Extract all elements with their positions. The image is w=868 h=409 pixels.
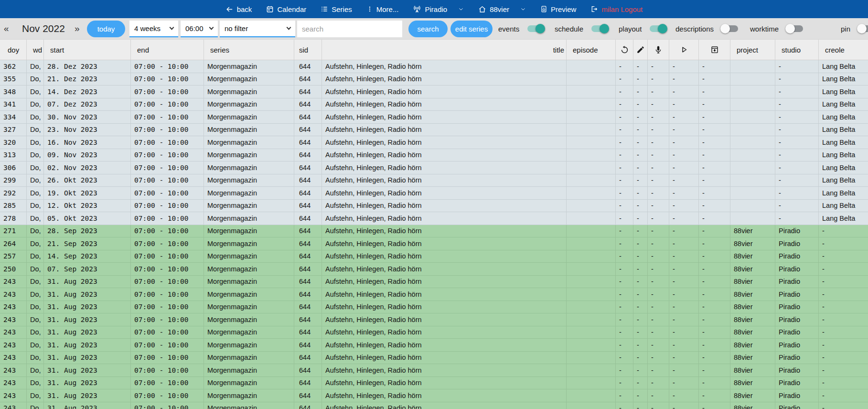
table-row[interactable]: 285Do,12. Okt 202307:00 - 10:00Morgenmag… bbox=[0, 200, 868, 213]
table-row[interactable]: 313Do,09. Nov 202307:00 - 10:00Morgenmag… bbox=[0, 149, 868, 162]
search-input[interactable] bbox=[297, 21, 402, 37]
today-button[interactable]: today bbox=[87, 21, 125, 37]
chevron-down-icon[interactable] bbox=[520, 6, 526, 12]
cell-episode bbox=[567, 339, 616, 351]
cell-ic5: - bbox=[699, 301, 730, 313]
cell-sid: 644 bbox=[294, 73, 322, 86]
time-select[interactable]: 06:00 bbox=[181, 21, 218, 37]
cell-start: 31. Aug 2023 bbox=[44, 339, 131, 351]
table-row[interactable]: 362Do,28. Dez 202307:00 - 10:00Morgenmag… bbox=[0, 60, 868, 73]
table-row[interactable]: 243Do,31. Aug 202307:00 - 10:00Morgenmag… bbox=[0, 352, 868, 365]
table-row[interactable]: 334Do,30. Nov 202307:00 - 10:00Morgenmag… bbox=[0, 111, 868, 124]
nav-more[interactable]: More... bbox=[366, 5, 399, 13]
table-row[interactable]: 243Do,31. Aug 202307:00 - 10:00Morgenmag… bbox=[0, 389, 868, 402]
cell-end: 07:00 - 10:00 bbox=[131, 339, 204, 351]
table-row[interactable]: 243Do,31. Aug 202307:00 - 10:00Morgenmag… bbox=[0, 402, 868, 409]
cell-studio: Piradio bbox=[775, 313, 819, 326]
table-row[interactable]: 243Do,31. Aug 202307:00 - 10:00Morgenmag… bbox=[0, 377, 868, 390]
cell-title: Aufstehn, Hinlegen, Radio hörn bbox=[322, 136, 567, 149]
cell-ic2: - bbox=[633, 111, 648, 123]
station-menu[interactable]: Piradio bbox=[413, 5, 464, 13]
cell-episode bbox=[567, 98, 616, 111]
nav-calendar[interactable]: Calendar bbox=[266, 5, 306, 13]
table-row[interactable]: 243Do,31. Aug 202307:00 - 10:00Morgenmag… bbox=[0, 313, 868, 326]
cell-ic3: - bbox=[648, 364, 669, 377]
worktime-toggle[interactable] bbox=[787, 25, 803, 32]
table-row[interactable]: 243Do,31. Aug 202307:00 - 10:00Morgenmag… bbox=[0, 364, 868, 377]
table-row[interactable]: 348Do,14. Dez 202307:00 - 10:00Morgenmag… bbox=[0, 86, 868, 98]
chevron-down-icon[interactable] bbox=[458, 6, 464, 12]
cell-ic3: - bbox=[648, 352, 669, 364]
cell-series: Morgenmagazin bbox=[204, 377, 294, 389]
table-row[interactable]: 327Do,23. Nov 202307:00 - 10:00Morgenmag… bbox=[0, 124, 868, 137]
table-row[interactable]: 243Do,31. Aug 202307:00 - 10:00Morgenmag… bbox=[0, 339, 868, 352]
cell-ic4: - bbox=[669, 225, 699, 237]
cell-end: 07:00 - 10:00 bbox=[131, 276, 204, 288]
toggle-label: events bbox=[498, 25, 519, 33]
cell-sid: 644 bbox=[294, 301, 322, 313]
cell-ic2: - bbox=[633, 161, 648, 174]
site-menu[interactable]: 88vier bbox=[478, 5, 526, 13]
prev-month-button[interactable]: « bbox=[4, 18, 9, 39]
cell-start: 28. Sep 2023 bbox=[44, 225, 131, 237]
cell-ic5: - bbox=[699, 149, 730, 161]
cell-wd: Do, bbox=[27, 187, 44, 199]
cell-studio: - bbox=[775, 73, 819, 86]
preview-button[interactable]: Preview bbox=[540, 5, 576, 13]
cell-ic5: - bbox=[699, 161, 730, 174]
cell-creole: - bbox=[819, 313, 868, 326]
events-toggle[interactable] bbox=[527, 25, 544, 32]
cell-wd: Do, bbox=[27, 60, 44, 73]
edit-series-button[interactable]: edit series bbox=[450, 21, 493, 37]
table-row[interactable]: 320Do,16. Nov 202307:00 - 10:00Morgenmag… bbox=[0, 136, 868, 149]
table-row[interactable]: 243Do,31. Aug 202307:00 - 10:00Morgenmag… bbox=[0, 301, 868, 314]
next-month-button[interactable]: » bbox=[75, 18, 80, 39]
cell-ic3: - bbox=[648, 98, 669, 111]
cell-start: 07. Sep 2023 bbox=[44, 263, 131, 275]
playout-toggle[interactable] bbox=[650, 25, 666, 32]
logout-button[interactable]: milan Logout bbox=[590, 5, 643, 13]
search-button[interactable]: search bbox=[408, 21, 448, 37]
cell-ic2: - bbox=[633, 326, 648, 339]
cell-series: Morgenmagazin bbox=[204, 389, 294, 402]
table-row[interactable]: 243Do,31. Aug 202307:00 - 10:00Morgenmag… bbox=[0, 326, 868, 339]
cell-title: Aufstehn, Hinlegen, Radio hörn bbox=[322, 60, 567, 73]
back-button[interactable]: back bbox=[225, 5, 252, 13]
cell-end: 07:00 - 10:00 bbox=[131, 86, 204, 98]
cell-project bbox=[730, 111, 775, 123]
range-select[interactable]: 4 weeks bbox=[129, 21, 178, 37]
cell-title: Aufstehn, Hinlegen, Radio hörn bbox=[322, 86, 567, 98]
cell-sid: 644 bbox=[294, 212, 322, 225]
cell-ic1: - bbox=[616, 250, 633, 263]
descriptions-toggle[interactable] bbox=[722, 25, 738, 32]
table-row[interactable]: 264Do,21. Sep 202307:00 - 10:00Morgenmag… bbox=[0, 237, 868, 250]
cell-ic3: - bbox=[648, 161, 669, 174]
table-row[interactable]: 271Do,28. Sep 202307:00 - 10:00Morgenmag… bbox=[0, 225, 868, 238]
cell-ic4: - bbox=[669, 124, 699, 136]
table-row[interactable]: 250Do,07. Sep 202307:00 - 10:00Morgenmag… bbox=[0, 263, 868, 276]
table-row[interactable]: 292Do,19. Okt 202307:00 - 10:00Morgenmag… bbox=[0, 187, 868, 200]
cell-start: 14. Dez 2023 bbox=[44, 86, 131, 98]
table-row[interactable]: 306Do,02. Nov 202307:00 - 10:00Morgenmag… bbox=[0, 161, 868, 174]
filter-select[interactable]: no filter bbox=[220, 21, 295, 37]
toggle-group-schedule: schedule bbox=[555, 18, 608, 39]
cell-start: 09. Nov 2023 bbox=[44, 149, 131, 161]
table-row[interactable]: 278Do,05. Okt 202307:00 - 10:00Morgenmag… bbox=[0, 212, 868, 225]
table-row[interactable]: 243Do,31. Aug 202307:00 - 10:00Morgenmag… bbox=[0, 276, 868, 289]
cell-title: Aufstehn, Hinlegen, Radio hörn bbox=[322, 98, 567, 111]
table-row[interactable]: 243Do,31. Aug 202307:00 - 10:00Morgenmag… bbox=[0, 288, 868, 301]
cell-ic1: - bbox=[616, 313, 633, 326]
cell-ic2: - bbox=[633, 288, 648, 301]
table-row[interactable]: 299Do,26. Okt 202307:00 - 10:00Morgenmag… bbox=[0, 174, 868, 187]
schedule-table-body: 362Do,28. Dez 202307:00 - 10:00Morgenmag… bbox=[0, 60, 868, 409]
cell-ic4: - bbox=[669, 136, 699, 149]
schedule-toggle[interactable] bbox=[591, 25, 608, 32]
table-row[interactable]: 257Do,14. Sep 202307:00 - 10:00Morgenmag… bbox=[0, 250, 868, 263]
pin-toggle[interactable] bbox=[858, 25, 868, 32]
table-row[interactable]: 355Do,21. Dez 202307:00 - 10:00Morgenmag… bbox=[0, 73, 868, 86]
cell-title: Aufstehn, Hinlegen, Radio hörn bbox=[322, 276, 567, 288]
cell-ic1: - bbox=[616, 124, 633, 136]
cell-ic5: - bbox=[699, 98, 730, 111]
nav-series[interactable]: Series bbox=[321, 5, 352, 13]
table-row[interactable]: 341Do,07. Dez 202307:00 - 10:00Morgenmag… bbox=[0, 98, 868, 111]
